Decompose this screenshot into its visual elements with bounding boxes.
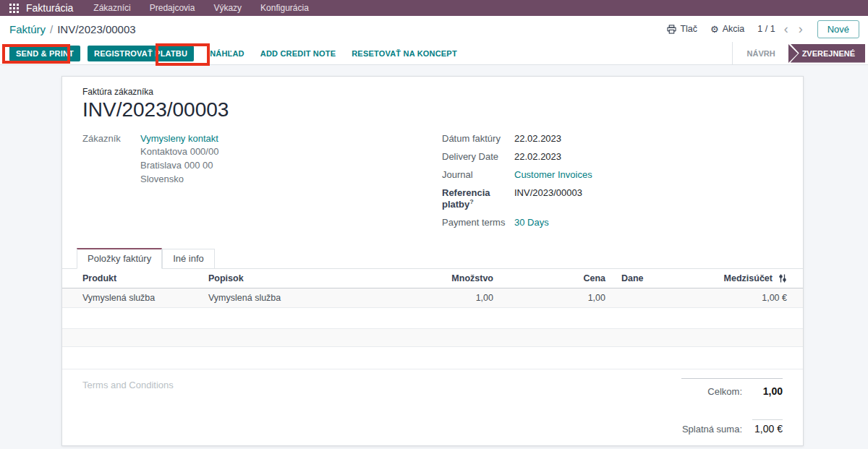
print-button[interactable]: Tlač: [667, 24, 697, 34]
payment-terms-link[interactable]: 30 Days: [514, 217, 549, 228]
menu-reports[interactable]: Výkazy: [213, 0, 242, 16]
chevron-right-icon[interactable]: ›: [797, 22, 804, 35]
top-navbar: Fakturácia Zákazníci Predajcovia Výkazy …: [0, 0, 868, 16]
chevron-left-icon[interactable]: ‹: [783, 22, 790, 35]
tab-other-info[interactable]: Iné info: [162, 249, 215, 269]
amount-due-label: Splatná suma:: [682, 424, 742, 435]
column-subtotal[interactable]: Medzisúčet: [698, 269, 803, 288]
register-payment-button[interactable]: REGISTROVAŤ PLATBU: [88, 46, 194, 61]
amount-due-value: 1,00 €: [752, 419, 783, 435]
customer-block: Zákazník Vymysleny kontakt Kontaktova 00…: [82, 133, 442, 235]
sheet-header: Faktúra zákazníka INV/2023/00003 Zákazní…: [62, 77, 803, 235]
breadcrumb: Faktúry / INV/2023/00003: [9, 23, 136, 35]
totals-block: Celkom: 1,00 Splatná suma: 1,00 €: [681, 378, 783, 445]
breadcrumb-parent-link[interactable]: Faktúry: [9, 23, 46, 35]
sheet-bottom: Terms and Conditions Celkom: 1,00 Splatn…: [62, 369, 803, 445]
cell-subtotal[interactable]: 1,00 €: [698, 288, 803, 308]
detail-fields: Dátum faktúry 22.02.2023 Delivery Date 2…: [442, 133, 783, 235]
customer-address-line: Slovensko: [140, 174, 218, 185]
table-header-row: Produkt Popisok Množstvo Cena Dane Medzi…: [62, 269, 803, 288]
control-panel-right: Tlač ⚙ Akcia 1 / 1 ‹ › Nové: [667, 20, 859, 38]
customer-label: Zákazník: [82, 133, 120, 235]
field-value[interactable]: INV/2023/00003: [514, 187, 582, 198]
preview-button[interactable]: NÁHĽAD: [205, 46, 249, 61]
new-button[interactable]: Nové: [817, 20, 859, 38]
field-value[interactable]: 22.02.2023: [514, 151, 561, 162]
column-quantity[interactable]: Množstvo: [420, 269, 499, 288]
field-payment-terms: Payment terms 30 Days: [442, 217, 783, 228]
notebook-tabs: Položky faktúry Iné info: [62, 248, 803, 269]
invoice-fields: Zákazník Vymysleny kontakt Kontaktova 00…: [82, 133, 783, 235]
field-invoice-date: Dátum faktúry 22.02.2023: [442, 133, 783, 144]
field-label: Payment terms: [442, 217, 514, 228]
top-menu: Zákazníci Predajcovia Výkazy Konfiguráci…: [93, 0, 308, 16]
pager: 1 / 1 ‹ ›: [757, 22, 804, 35]
field-delivery-date: Delivery Date 22.02.2023: [442, 151, 783, 162]
total-label: Celkom:: [707, 386, 742, 397]
gear-icon: ⚙: [710, 25, 719, 34]
column-product[interactable]: Produkt: [62, 269, 203, 288]
field-label: Journal: [442, 169, 514, 180]
pager-count: 1 / 1: [757, 24, 775, 34]
field-value[interactable]: 22.02.2023: [514, 133, 561, 144]
menu-vendors[interactable]: Predajcovia: [150, 0, 195, 16]
cell-quantity[interactable]: 1,00: [420, 288, 499, 308]
column-price[interactable]: Cena: [499, 269, 611, 288]
customer-address-line: Bratislava 000 00: [140, 160, 218, 171]
customer-info: Vymysleny kontakt Kontaktova 000/00 Brat…: [140, 133, 218, 235]
menu-configuration[interactable]: Konfigurácia: [260, 0, 309, 16]
control-panel: Faktúry / INV/2023/00003 Tlač ⚙ Akcia 1 …: [0, 16, 868, 42]
statusbar: SEND & PRINT REGISTROVAŤ PLATBU NÁHĽAD A…: [0, 42, 868, 65]
invoice-line-row[interactable]: Vymyslená služba Vymyslená služba 1,00 1…: [62, 288, 803, 308]
breadcrumb-separator: /: [50, 23, 53, 35]
state-posted[interactable]: ZVEREJNENÉ: [791, 44, 865, 63]
cell-product[interactable]: Vymyslená služba: [62, 288, 203, 308]
breadcrumb-current: INV/2023/00003: [57, 23, 135, 35]
invoice-lines-table: Produkt Popisok Množstvo Cena Dane Medzi…: [62, 269, 803, 369]
table-row-empty: [62, 347, 803, 369]
action-label: Akcia: [723, 24, 745, 34]
table-row-empty: [62, 308, 803, 329]
field-label: Referencia platby?: [442, 187, 514, 210]
cell-description[interactable]: Vymyslená služba: [203, 288, 420, 308]
customer-address-line: Kontaktova 000/00: [140, 146, 218, 158]
state-posted-wrap: ZVEREJNENÉ: [788, 44, 865, 63]
action-button[interactable]: ⚙ Akcia: [710, 24, 744, 34]
statusbar-buttons: SEND & PRINT REGISTROVAŤ PLATBU NÁHĽAD A…: [0, 46, 732, 61]
app-name[interactable]: Fakturácia: [26, 2, 73, 14]
content-area: Faktúra zákazníka INV/2023/00003 Zákazní…: [0, 65, 868, 449]
reset-to-draft-button[interactable]: RESETOVAŤ NA KONCEPT: [347, 46, 461, 61]
field-journal: Journal Customer Invoices: [442, 169, 783, 180]
apps-grid-icon[interactable]: [6, 0, 22, 16]
printer-icon: [667, 25, 676, 34]
cell-taxes[interactable]: [611, 288, 698, 308]
invoice-sheet: Faktúra zákazníka INV/2023/00003 Zákazní…: [61, 76, 804, 446]
amount-due-row: Splatná suma: 1,00 €: [681, 419, 783, 435]
field-label: Dátum faktúry: [442, 133, 514, 144]
state-widget: NÁVRH ZVEREJNENÉ: [732, 42, 865, 65]
add-credit-note-button[interactable]: ADD CREDIT NOTE: [256, 46, 340, 61]
state-draft[interactable]: NÁVRH: [732, 42, 788, 65]
customer-name-link[interactable]: Vymysleny kontakt: [140, 133, 218, 144]
total-value: 1,00: [752, 385, 783, 397]
tab-invoice-lines[interactable]: Položky faktúry: [77, 248, 162, 269]
column-description[interactable]: Popisok: [203, 269, 420, 288]
total-row: Celkom: 1,00: [681, 385, 783, 397]
menu-customers[interactable]: Zákazníci: [93, 0, 130, 16]
field-payment-reference: Referencia platby? INV/2023/00003: [442, 187, 783, 210]
optional-columns-icon[interactable]: [778, 274, 787, 283]
invoice-type-label: Faktúra zákazníka: [82, 87, 783, 97]
journal-link[interactable]: Customer Invoices: [514, 169, 592, 180]
totals-divider: [681, 378, 783, 379]
field-label: Delivery Date: [442, 151, 514, 162]
send-and-print-button[interactable]: SEND & PRINT: [9, 46, 80, 61]
print-label: Tlač: [680, 24, 697, 34]
terms-placeholder[interactable]: Terms and Conditions: [82, 380, 174, 445]
invoice-number: INV/2023/00003: [82, 98, 783, 121]
help-sup-icon: ?: [469, 198, 474, 205]
table-row-empty: [62, 329, 803, 347]
column-taxes[interactable]: Dane: [611, 269, 698, 288]
cell-price[interactable]: 1,00: [499, 288, 611, 308]
